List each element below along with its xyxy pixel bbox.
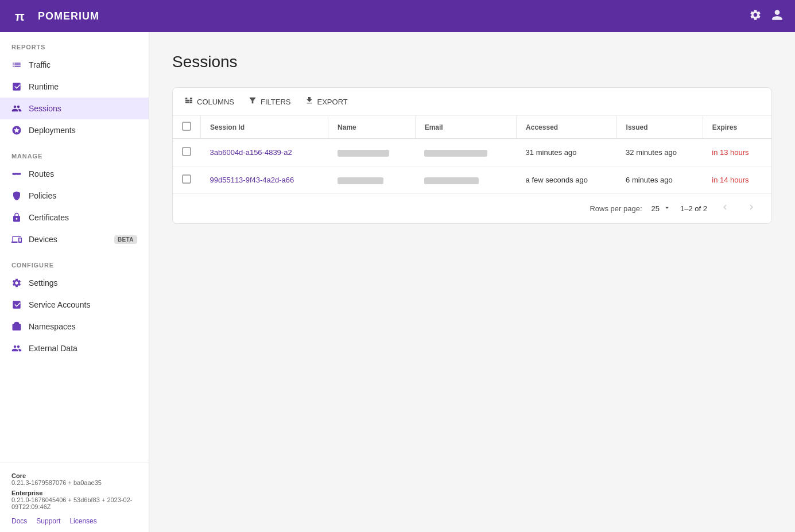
row1-checkbox[interactable] — [182, 147, 191, 156]
sidebar-section-reports: REPORTS Traffic Runtime Sessions — [0, 32, 149, 141]
sessions-table: Session Id Name Email Accessed Issued — [173, 116, 771, 193]
topnav-actions — [749, 9, 784, 24]
sessions-table-card: COLUMNS FILTERS EXPORT — [172, 87, 772, 224]
sidebar-section-manage: MANAGE HTTP Routes Policies Certificates — [0, 141, 149, 250]
user-icon[interactable] — [771, 9, 784, 24]
rows-per-page-select[interactable]: 25 — [651, 204, 671, 213]
sidebar-item-devices[interactable]: Devices BETA — [0, 228, 149, 250]
row1-accessed: 31 minutes ago — [517, 139, 616, 166]
row1-email — [415, 139, 516, 166]
table-row: 3ab6004d-a156-4839-a2 31 minutes ago 32 … — [173, 139, 771, 166]
licenses-link[interactable]: Licenses — [69, 517, 96, 525]
core-label: Core — [11, 472, 26, 479]
deployments-icon — [11, 125, 22, 135]
routes-icon: HTTP — [11, 169, 22, 179]
row2-checkbox-cell — [173, 166, 201, 194]
row2-session-id-link[interactable]: 99d55113-9f43-4a2d-a66 — [210, 176, 294, 184]
row2-expires-value: in 14 hours — [712, 176, 749, 184]
filters-button[interactable]: FILTERS — [248, 96, 291, 107]
enterprise-label: Enterprise — [11, 490, 42, 496]
rows-per-page-label: Rows per page: — [590, 204, 642, 213]
select-all-checkbox[interactable] — [182, 122, 191, 131]
rows-per-page-dropdown-icon — [663, 204, 671, 213]
service-accounts-label: Service Accounts — [29, 300, 137, 309]
row1-checkbox-cell — [173, 139, 201, 166]
export-label: EXPORT — [317, 98, 348, 106]
sidebar-item-runtime[interactable]: Runtime — [0, 76, 149, 98]
page-title: Sessions — [172, 53, 772, 71]
configure-section-label: CONFIGURE — [0, 250, 149, 272]
row2-checkbox[interactable] — [182, 174, 191, 184]
pagination-prev-button[interactable] — [716, 201, 734, 216]
columns-button[interactable]: COLUMNS — [184, 96, 234, 107]
sessions-icon — [11, 103, 22, 114]
manage-section-label: MANAGE — [0, 141, 149, 163]
sidebar-item-routes[interactable]: HTTP Routes — [0, 163, 149, 185]
filters-label: FILTERS — [261, 98, 291, 106]
sidebar-item-policies[interactable]: Policies — [0, 185, 149, 207]
row1-name — [328, 139, 416, 166]
row2-email — [415, 166, 516, 194]
svg-text:π: π — [15, 9, 25, 24]
row2-session-id: 99d55113-9f43-4a2d-a66 — [201, 166, 328, 194]
row1-issued: 32 minutes ago — [616, 139, 703, 166]
filters-icon — [248, 96, 257, 107]
table-col-email: Email — [415, 116, 516, 139]
service-accounts-icon — [11, 300, 22, 310]
table-col-name: Name — [328, 116, 416, 139]
footer-links: Docs Support Licenses — [11, 517, 137, 525]
sidebar-item-sessions[interactable]: Sessions — [0, 98, 149, 119]
runtime-icon — [11, 81, 22, 92]
row1-expires: in 13 hours — [703, 139, 771, 166]
sessions-label: Sessions — [29, 104, 137, 113]
table-header-checkbox — [173, 116, 201, 139]
policies-label: Policies — [29, 191, 137, 200]
devices-icon — [11, 234, 22, 244]
table-toolbar: COLUMNS FILTERS EXPORT — [173, 88, 771, 116]
sidebar-item-traffic[interactable]: Traffic — [0, 54, 149, 76]
pagination-next-button[interactable] — [743, 201, 760, 216]
settings-sidebar-icon — [11, 278, 22, 288]
table-col-issued: Issued — [616, 116, 703, 139]
certificates-icon — [11, 212, 22, 223]
docs-link[interactable]: Docs — [11, 517, 27, 525]
sidebar-item-service-accounts[interactable]: Service Accounts — [0, 294, 149, 316]
settings-icon[interactable] — [749, 9, 762, 24]
sidebar-item-deployments[interactable]: Deployments — [0, 119, 149, 141]
reports-section-label: REPORTS — [0, 32, 149, 54]
columns-label: COLUMNS — [197, 98, 234, 106]
sidebar-item-external-data[interactable]: External Data — [0, 337, 149, 359]
sidebar-item-certificates[interactable]: Certificates — [0, 207, 149, 228]
columns-icon — [184, 96, 193, 107]
certificates-label: Certificates — [29, 213, 137, 222]
deployments-label: Deployments — [29, 126, 137, 135]
row2-name-blurred — [338, 177, 383, 184]
row2-email-blurred — [424, 177, 479, 184]
support-link[interactable]: Support — [36, 517, 60, 525]
devices-label: Devices — [29, 235, 107, 244]
row1-expires-value: in 13 hours — [712, 148, 749, 157]
table-pagination: Rows per page: 25 1–2 of 2 — [173, 193, 771, 223]
sidebar: REPORTS Traffic Runtime Sessions — [0, 32, 149, 532]
settings-label: Settings — [29, 278, 137, 288]
row1-session-id-link[interactable]: 3ab6004d-a156-4839-a2 — [210, 148, 292, 157]
row2-accessed: a few seconds ago — [517, 166, 616, 194]
sidebar-footer: Core 0.21.3-1679587076 + ba0aae35 Enterp… — [0, 463, 149, 532]
table-col-expires: Expires — [703, 116, 771, 139]
traffic-label: Traffic — [29, 60, 137, 69]
sidebar-item-settings[interactable]: Settings — [0, 272, 149, 294]
row2-expires: in 14 hours — [703, 166, 771, 194]
devices-beta-badge: BETA — [114, 235, 137, 244]
svg-text:HTTP: HTTP — [13, 172, 21, 176]
runtime-label: Runtime — [29, 82, 137, 91]
export-button[interactable]: EXPORT — [305, 96, 348, 107]
external-data-icon — [11, 343, 22, 354]
sidebar-item-namespaces[interactable]: Namespaces — [0, 316, 149, 337]
policies-icon — [11, 191, 22, 201]
core-version: 0.21.3-1679587076 + ba0aae35 — [11, 479, 102, 486]
pagination-range: 1–2 of 2 — [680, 204, 707, 213]
logo: π POMERIUM — [11, 6, 99, 26]
main-content: Sessions COLUMNS FILTERS — [149, 32, 795, 532]
external-data-label: External Data — [29, 344, 137, 353]
traffic-icon — [11, 60, 22, 70]
